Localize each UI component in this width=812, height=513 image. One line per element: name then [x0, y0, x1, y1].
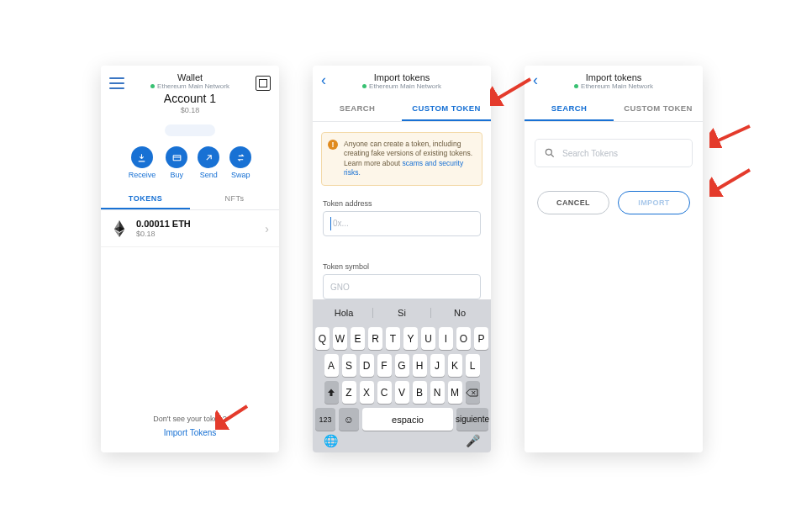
menu-icon[interactable] — [109, 77, 124, 89]
keyboard: Hola Si No Q W E R T Y U I O P A S D F G… — [313, 299, 491, 452]
key[interactable]: W — [333, 327, 347, 350]
annotation-arrow — [709, 124, 751, 148]
backspace-key[interactable] — [466, 381, 480, 404]
key[interactable]: F — [377, 354, 392, 377]
tab-custom-token[interactable]: CUSTOM TOKEN — [614, 97, 703, 121]
key[interactable]: I — [439, 327, 453, 350]
asset-row-eth[interactable]: 0.00011 ETH $0.18 › — [101, 210, 279, 247]
suggestion[interactable]: Hola — [315, 303, 372, 323]
numbers-key[interactable]: 123 — [315, 408, 335, 431]
key[interactable]: R — [368, 327, 382, 350]
key[interactable]: C — [377, 381, 392, 404]
swap-button[interactable]: Swap — [229, 146, 251, 179]
key[interactable]: K — [448, 354, 462, 377]
key-row-3: Z X C V B N M — [315, 381, 488, 404]
screen-wallet: Wallet Ethereum Main Network Account 1 $… — [101, 66, 279, 452]
emoji-key[interactable]: ☺ — [339, 408, 359, 431]
chevron-right-icon: › — [265, 222, 269, 235]
screen-custom-token: ‹ Import tokens Ethereum Main Network SE… — [313, 66, 491, 452]
key-row-2: A S D F G H J K L — [315, 354, 488, 377]
token-symbol-label: Token symbol — [323, 262, 481, 271]
key[interactable]: T — [386, 327, 400, 350]
key[interactable]: Y — [403, 327, 418, 350]
key[interactable]: X — [360, 381, 374, 404]
key[interactable]: A — [324, 354, 339, 377]
download-icon — [131, 146, 153, 168]
token-symbol-input[interactable] — [323, 274, 481, 299]
svg-point-1 — [546, 149, 551, 155]
token-address-input[interactable] — [323, 211, 481, 236]
import-tokens-link[interactable]: Import Tokens — [101, 428, 279, 437]
footer-message: Don't see your token? — [101, 415, 279, 423]
header-title: Wallet — [124, 72, 256, 82]
search-tokens-input[interactable] — [535, 139, 693, 167]
key-row-4: 123 ☺ espacio siguiente — [315, 408, 488, 431]
key[interactable]: B — [413, 381, 427, 404]
suggestion[interactable]: No — [431, 303, 488, 323]
address-pill[interactable] — [165, 124, 215, 136]
screen-search-token: ‹ Import tokens Ethereum Main Network SE… — [525, 66, 703, 452]
key[interactable]: G — [395, 354, 409, 377]
account-name[interactable]: Account 1 — [124, 92, 256, 105]
network-label: Ethereum Main Network — [548, 82, 679, 90]
svg-line-4 — [713, 126, 750, 143]
network-label: Ethereum Main Network — [124, 82, 256, 90]
shift-key[interactable] — [324, 381, 339, 404]
annotation-arrow — [709, 168, 751, 197]
buy-label: Buy — [170, 171, 183, 179]
balance-usd: $0.18 — [124, 106, 256, 114]
import-button[interactable]: IMPORT — [618, 191, 690, 214]
next-key[interactable]: siguiente — [456, 408, 488, 431]
space-key[interactable]: espacio — [362, 408, 453, 431]
arrow-up-right-icon — [198, 146, 219, 168]
asset-amount: 0.00011 ETH — [136, 219, 191, 229]
scan-icon[interactable] — [256, 76, 271, 91]
card-icon — [166, 146, 187, 168]
back-icon[interactable]: ‹ — [533, 72, 548, 87]
tab-search[interactable]: SEARCH — [313, 97, 402, 121]
network-label: Ethereum Main Network — [336, 82, 467, 90]
tab-nfts[interactable]: NFTs — [190, 189, 279, 209]
tab-custom-token[interactable]: CUSTOM TOKEN — [402, 97, 491, 121]
header-title: Import tokens — [548, 72, 679, 82]
receive-label: Receive — [129, 171, 156, 179]
header-title: Import tokens — [336, 72, 467, 82]
key[interactable]: L — [466, 354, 480, 377]
globe-icon[interactable]: 🌐 — [324, 434, 338, 447]
key[interactable]: J — [430, 354, 445, 377]
ethereum-icon — [111, 220, 128, 237]
key[interactable]: O — [456, 327, 471, 350]
cancel-button[interactable]: CANCEL — [537, 191, 609, 214]
key[interactable]: H — [413, 354, 427, 377]
search-icon — [544, 147, 556, 159]
asset-usd: $0.18 — [136, 230, 191, 238]
swap-icon — [229, 146, 251, 168]
key[interactable]: U — [421, 327, 435, 350]
mic-icon[interactable]: 🎤 — [466, 434, 480, 447]
svg-rect-0 — [173, 155, 181, 160]
svg-line-5 — [713, 170, 750, 192]
tab-search[interactable]: SEARCH — [525, 97, 614, 121]
key-row-1: Q W E R T Y U I O P — [315, 327, 488, 350]
warning-banner: Anyone can create a token, including cre… — [321, 132, 482, 186]
buy-button[interactable]: Buy — [166, 146, 187, 179]
suggestion[interactable]: Si — [373, 303, 430, 323]
receive-button[interactable]: Receive — [129, 146, 156, 179]
key[interactable]: Z — [342, 381, 356, 404]
back-icon[interactable]: ‹ — [321, 72, 336, 87]
key[interactable]: D — [360, 354, 374, 377]
key[interactable]: E — [351, 327, 365, 350]
swap-label: Swap — [231, 171, 250, 179]
key[interactable]: P — [474, 327, 488, 350]
key[interactable]: N — [430, 381, 445, 404]
tab-tokens[interactable]: TOKENS — [101, 189, 190, 209]
key[interactable]: V — [395, 381, 409, 404]
token-address-label: Token address — [323, 199, 481, 208]
key[interactable]: Q — [315, 327, 330, 350]
send-label: Send — [200, 171, 218, 179]
key[interactable]: S — [342, 354, 356, 377]
key[interactable]: M — [448, 381, 462, 404]
send-button[interactable]: Send — [198, 146, 219, 179]
